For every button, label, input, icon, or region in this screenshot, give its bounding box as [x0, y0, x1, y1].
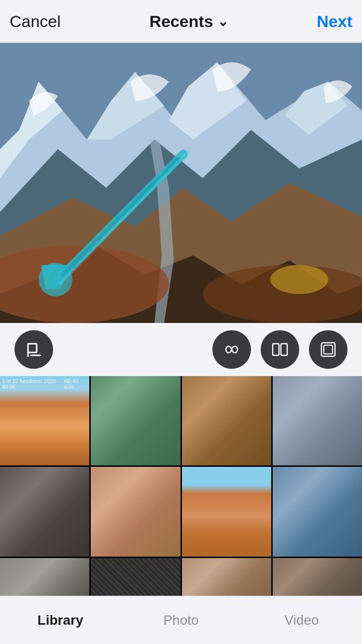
thumbnail-grid: 1 of 10 functions: 2020-40-06 AE-40 auto…: [0, 376, 362, 606]
tab-photo[interactable]: Photo: [121, 596, 241, 644]
preview-area: [0, 43, 362, 323]
tab-photo-label: Photo: [163, 613, 198, 628]
svg-rect-24: [324, 345, 333, 354]
chevron-down-icon: ⌄: [217, 14, 228, 29]
tab-bar: Library Photo Video: [0, 596, 362, 644]
album-title-text: Recents: [149, 12, 213, 31]
list-item[interactable]: 1 of 10 functions: 2020-40-06 AE-40 auto: [0, 376, 89, 465]
tab-library-label: Library: [38, 613, 84, 628]
cancel-button[interactable]: Cancel: [10, 12, 61, 31]
svg-rect-22: [281, 344, 287, 355]
tab-video[interactable]: Video: [241, 596, 362, 644]
list-item[interactable]: [182, 376, 271, 465]
nav-bar: Cancel Recents ⌄ Next: [0, 0, 362, 42]
list-item[interactable]: [182, 467, 271, 556]
album-title[interactable]: Recents ⌄: [149, 12, 228, 31]
next-button[interactable]: Next: [317, 12, 352, 31]
tab-library[interactable]: Library: [0, 596, 121, 644]
live-photo-button[interactable]: [212, 330, 251, 369]
tab-video-label: Video: [284, 613, 319, 628]
svg-rect-18: [28, 344, 37, 352]
controls-bar: [0, 323, 362, 376]
svg-rect-21: [273, 344, 279, 355]
svg-point-12: [270, 265, 328, 294]
frame-button[interactable]: [309, 330, 348, 369]
list-item[interactable]: [273, 376, 362, 465]
list-item[interactable]: [91, 467, 180, 556]
split-view-button[interactable]: [261, 330, 299, 369]
list-item[interactable]: [273, 467, 362, 556]
crop-button[interactable]: [14, 330, 53, 369]
controls-right: [212, 330, 348, 369]
list-item[interactable]: [0, 467, 89, 556]
list-item[interactable]: [91, 376, 180, 465]
